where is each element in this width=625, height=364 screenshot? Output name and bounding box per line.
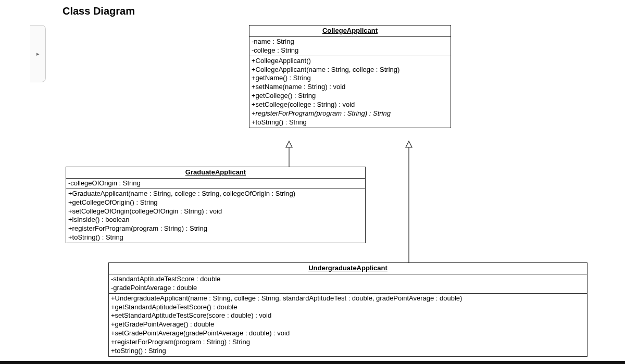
class-attrs-undergraduate-applicant: -standardAptitudeTestScore : double-grad…	[109, 274, 587, 294]
class-methods-college-applicant: +CollegeApplicant()+CollegeApplicant(nam…	[249, 56, 451, 128]
class-methods-undergraduate-applicant: +UndergraduateApplicant(name : String, c…	[109, 294, 587, 356]
uml-member: +toString() : String	[111, 347, 585, 356]
bottom-divider	[0, 361, 625, 364]
uml-member: -standardAptitudeTestScore : double	[111, 275, 585, 284]
uml-member: -name : String	[252, 37, 448, 46]
uml-member: +toString() : String	[68, 233, 363, 242]
class-attrs-college-applicant: -name : String-college : String	[249, 37, 451, 56]
class-name-college-applicant: CollegeApplicant	[249, 26, 451, 37]
uml-member: +getGradePointAverage() : double	[111, 320, 585, 329]
uml-member: +registerForProgram(program : String) : …	[68, 224, 363, 233]
class-attrs-graduate-applicant: -collegeOfOrigin : String	[66, 179, 365, 189]
uml-member: +UndergraduateApplicant(name : String, c…	[111, 294, 585, 303]
uml-member: -college : String	[252, 46, 448, 55]
uml-member: +GraduateApplicant(name : String, colleg…	[68, 190, 363, 198]
expand-side-tab[interactable]: ▸	[30, 25, 46, 82]
uml-member: +getName() : String	[252, 74, 448, 83]
class-methods-graduate-applicant: +GraduateApplicant(name : String, colleg…	[66, 189, 365, 243]
class-undergraduate-applicant: UndergraduateApplicant -standardAptitude…	[108, 262, 588, 357]
uml-member: +toString() : String	[252, 118, 448, 127]
uml-member: +registerForProgram(program : String) : …	[111, 338, 585, 347]
uml-member: +registerForProgram(program : String) : …	[252, 109, 448, 118]
uml-member: -gradePointAverage : double	[111, 284, 585, 293]
uml-member: +setStandardAptitudeTestScore(score : do…	[111, 311, 585, 320]
uml-member: +setCollege(college : String) : void	[252, 101, 448, 109]
page-title: Class Diagram	[63, 5, 135, 17]
uml-member: +getCollegeOfOrigin() : String	[68, 198, 363, 207]
uml-member: +isInside() : boolean	[68, 216, 363, 224]
uml-member: +setName(name : String) : void	[252, 83, 448, 92]
class-name-graduate-applicant: GraduateApplicant	[66, 167, 365, 179]
uml-member: +setGradePointAverage(gradePointAverage …	[111, 329, 585, 338]
class-graduate-applicant: GraduateApplicant -collegeOfOrigin : Str…	[66, 167, 366, 243]
chevron-right-icon: ▸	[36, 51, 40, 57]
uml-member: +getStandardAptitudeTestScore() : double	[111, 303, 585, 312]
uml-member: +CollegeApplicant()	[252, 57, 448, 66]
uml-member: +setCollegeOfOrigin(collegeOfOrigin : St…	[68, 207, 363, 216]
class-college-applicant: CollegeApplicant -name : String-college …	[249, 25, 451, 128]
class-name-undergraduate-applicant: UndergraduateApplicant	[109, 263, 587, 274]
uml-member: -collegeOfOrigin : String	[68, 179, 363, 188]
uml-member: +getCollege() : String	[252, 92, 448, 101]
uml-member: +CollegeApplicant(name : String, college…	[252, 66, 448, 74]
